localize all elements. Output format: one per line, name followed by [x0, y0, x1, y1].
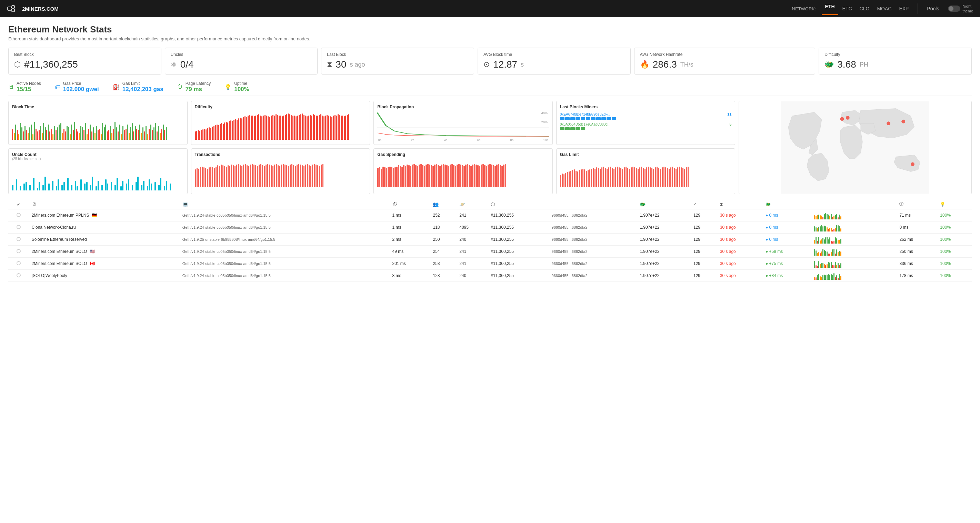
- avg-block-time-icon: ⊙: [484, 60, 490, 69]
- difficulty-unit: PH: [860, 61, 868, 68]
- th-client: 💻: [180, 199, 390, 209]
- node-block: #11,360,255: [491, 225, 514, 230]
- page-latency-icon: ⏱: [177, 84, 183, 90]
- uptime-label: Uptime: [234, 81, 249, 86]
- best-block-icon: ⬡: [14, 60, 21, 69]
- node-name: 2Miners.com Ethereum SOLO: [32, 261, 87, 266]
- node-flag: 🇨🇦: [90, 261, 95, 266]
- th-last-block-time: ⧗: [717, 199, 763, 209]
- node-block-hash: 9660d455...6862dfa2: [552, 274, 588, 278]
- chart-propagation-title: Block Propagation: [377, 105, 549, 109]
- node-latency2: 0 ms: [899, 225, 908, 230]
- stat-gas-price: 🏷 Gas Price 102.000 gwei: [55, 81, 99, 93]
- gas-limit-icon: ⛽: [113, 84, 120, 90]
- hashrate-icon: 🔥: [640, 60, 649, 69]
- node-peers: 254: [433, 249, 440, 254]
- node-latency: 201 ms: [392, 261, 406, 266]
- node-propagation: ● 0 ms: [765, 237, 778, 242]
- node-client: Geth/v1.9.24-stable-cc05b050/linux-amd64…: [182, 262, 271, 266]
- node-sparkline: [814, 235, 849, 244]
- node-latency: 3 ms: [392, 273, 401, 278]
- active-nodes-icon: 🖥: [8, 84, 14, 90]
- pools-link[interactable]: Pools: [923, 5, 942, 13]
- page-latency-label: Page Latency: [186, 81, 211, 86]
- node-uptime: 100%: [940, 237, 951, 242]
- node-propagation: ● +84 ms: [765, 273, 783, 278]
- chart-block-propagation: Block Propagation 40% 20% 0s2s4s6s8s10s: [374, 101, 553, 145]
- node-block-hash: 9660d455...6862dfa2: [552, 213, 588, 217]
- miner-addr-1: 0xEA674fdDe714fd979de3EdF...: [560, 112, 725, 116]
- table-row: Clona Network-Clona.ru Geth/v1.9.24-stab…: [8, 222, 972, 234]
- node-latency: 2 ms: [392, 237, 401, 242]
- night-theme-label: Nighttheme: [963, 4, 973, 14]
- node-latency2: 71 ms: [899, 213, 911, 218]
- world-map: [739, 101, 972, 194]
- th-pending: 🪐: [457, 199, 488, 209]
- node-client: Geth/v1.9.24-stable-cc05b050/linux-amd64…: [182, 274, 271, 278]
- node-sparkline: [814, 260, 849, 268]
- node-propagation: ● +75 ms: [765, 261, 783, 266]
- svg-point-12: [911, 163, 915, 166]
- night-theme-toggle[interactable]: Nighttheme: [948, 4, 973, 14]
- stat-active-nodes: 🖥 Active Nodes 15/15: [8, 81, 41, 93]
- network-label: NETWORK:: [792, 6, 816, 11]
- uncles-icon: ⚛: [171, 61, 177, 69]
- node-name: 2Miners.com Ethereum PPLNS: [32, 213, 89, 218]
- node-block: #11,360,255: [491, 249, 514, 254]
- node-name: Clona Network-Clona.ru: [32, 225, 76, 230]
- chart-transactions-area: [195, 160, 367, 187]
- chart-block-time: Block Time: [8, 101, 188, 145]
- th-difficulty-col: 🐲: [637, 199, 691, 209]
- nav-moac[interactable]: MOAC: [873, 5, 895, 13]
- node-uptime: 100%: [940, 213, 951, 218]
- chart-transactions: Transactions: [191, 148, 370, 194]
- nav-etc[interactable]: ETC: [839, 5, 856, 13]
- chart-gas-limit: Gas Limit: [556, 148, 735, 194]
- node-table-container: ✓ 🖥 💻 ⏱ 👥 🪐: [8, 199, 972, 282]
- stat-card-avg-block-time: AVG Block time ⊙ 12.87 s: [477, 48, 631, 75]
- th-tx: ✓: [691, 199, 717, 209]
- nav-clo[interactable]: CLO: [856, 5, 873, 13]
- header: 2MINERS.COM NETWORK: ETH ETC CLO MOAC EX…: [0, 0, 980, 17]
- node-difficulty: 1.907e+22: [640, 237, 659, 242]
- stat-gas-limit: ⛽ Gas Limit 12,402,203 gas: [113, 81, 164, 93]
- table-row: 2Miners.com Ethereum SOLO 🇨🇦 Geth/v1.9.2…: [8, 258, 972, 270]
- node-name: [SOLO]WoolyPooly: [32, 273, 67, 278]
- chart-difficulty-area: [195, 112, 367, 140]
- best-block-value: #11,360,255: [24, 59, 78, 70]
- th-propagation: 🐲: [763, 199, 811, 209]
- stat-card-best-block: Best Block ⬡ #11,360,255: [8, 48, 161, 75]
- hashrate-label: AVG Network Hashrate: [640, 52, 810, 57]
- logo[interactable]: 2MINERS.COM: [7, 5, 59, 13]
- node-name: Solomine Ethereum Reserved: [32, 237, 87, 242]
- node-peers: 253: [433, 261, 440, 266]
- svg-point-11: [902, 120, 905, 123]
- chart-gas-spending-area: [377, 160, 549, 187]
- avg-block-time-unit: s: [521, 61, 524, 68]
- uptime-value: 100%: [234, 86, 249, 93]
- svg-rect-1: [12, 6, 14, 8]
- th-peers: 👥: [430, 199, 457, 209]
- page-subtitle: Ethereum stats dashboard provides the mo…: [8, 36, 972, 41]
- stat-card-difficulty: Difficulty 🐲 3.68 PH: [819, 48, 972, 75]
- node-difficulty: 1.907e+22: [640, 261, 659, 266]
- nav-eth[interactable]: ETH: [822, 2, 838, 15]
- th-block-hash: [549, 199, 637, 209]
- node-block-hash: 9660d455...6862dfa2: [552, 225, 588, 230]
- node-peers: 118: [433, 225, 440, 230]
- nav-exp[interactable]: EXP: [896, 5, 912, 13]
- svg-rect-2: [12, 9, 14, 12]
- node-block: #11,360,255: [491, 261, 514, 266]
- th-status: ✓: [8, 199, 29, 209]
- node-difficulty: 1.907e+22: [640, 225, 659, 230]
- node-client: Geth/v1.9.24-stable-cc05b050/linux-amd64…: [182, 225, 271, 230]
- node-status-circle: [17, 225, 21, 229]
- chart-uncle-count-area: [12, 163, 184, 190]
- node-tx: 129: [694, 213, 700, 218]
- svg-point-9: [846, 116, 850, 120]
- chart-block-time-title: Block Time: [12, 105, 184, 109]
- chart-gas-spending: Gas Spending: [374, 148, 553, 194]
- chart-uncle-count: Uncle Count (25 blocks per bar): [8, 148, 188, 194]
- node-latency2: 262 ms: [899, 237, 913, 242]
- node-pending: 241: [459, 213, 466, 218]
